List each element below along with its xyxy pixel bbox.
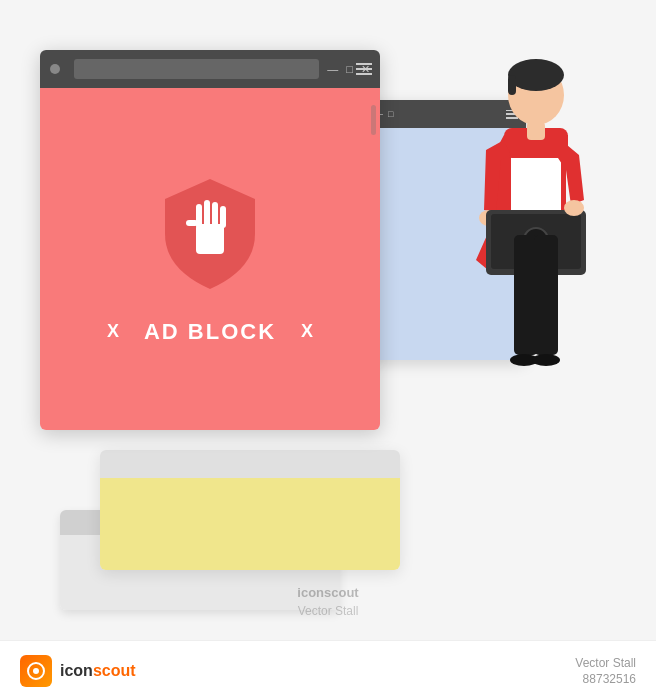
- adblock-shield: [155, 174, 265, 294]
- logo-text-icon: icon: [60, 662, 93, 679]
- svg-rect-8: [508, 75, 516, 95]
- svg-rect-18: [534, 235, 558, 355]
- svg-point-20: [532, 354, 560, 366]
- footer-bar: iconscout Vector Stall 88732516: [0, 640, 656, 700]
- footer-logo-icon: [20, 655, 52, 687]
- shield-svg: [155, 174, 265, 294]
- menu-icon: [356, 63, 372, 75]
- footer-item-info: Vector Stall 88732516: [575, 656, 636, 686]
- maximize-small-icon: □: [388, 109, 393, 119]
- footer-item-number: 88732516: [583, 672, 636, 686]
- adblock-text-row: X AD BLOCK X: [107, 319, 313, 345]
- browser-content-adblock: X AD BLOCK X: [40, 88, 380, 430]
- footer-attribution: Vector Stall: [575, 656, 636, 670]
- logo-text-scout: scout: [93, 662, 136, 679]
- svg-rect-11: [527, 122, 545, 140]
- watermark-iconscout: iconscout: [297, 585, 358, 600]
- svg-rect-4: [220, 206, 226, 228]
- browser-titlebar-main: — □ ✕: [40, 50, 380, 88]
- illustration-container: — □ ✕: [0, 0, 656, 700]
- browser-window-yellow: [100, 450, 400, 570]
- svg-point-16: [564, 200, 584, 216]
- svg-rect-5: [186, 220, 198, 226]
- titlebar-circle: [50, 64, 60, 74]
- browser-titlebar-yellow: [100, 450, 400, 478]
- footer-logo: iconscout: [20, 655, 136, 687]
- svg-rect-3: [212, 202, 218, 228]
- scrollbar: [371, 105, 376, 135]
- svg-point-22: [33, 668, 39, 674]
- person-figure: [416, 40, 616, 560]
- browser-window-main: — □ ✕: [40, 50, 380, 430]
- svg-rect-2: [204, 200, 210, 228]
- svg-rect-0: [196, 224, 224, 254]
- adblock-label: AD BLOCK: [144, 319, 276, 345]
- x-mark-right: X: [301, 321, 313, 342]
- footer-logo-text: iconscout: [60, 662, 136, 680]
- browser-content-yellow: [100, 478, 400, 570]
- watermark-vectorstall: Vector Stall: [298, 604, 359, 618]
- person-svg: [416, 40, 616, 560]
- minimize-icon: —: [327, 63, 338, 75]
- iconscout-icon: [26, 661, 46, 681]
- x-mark-left: X: [107, 321, 119, 342]
- maximize-icon: □: [346, 63, 353, 75]
- titlebar-searchbar: [74, 59, 319, 79]
- svg-point-7: [508, 59, 564, 91]
